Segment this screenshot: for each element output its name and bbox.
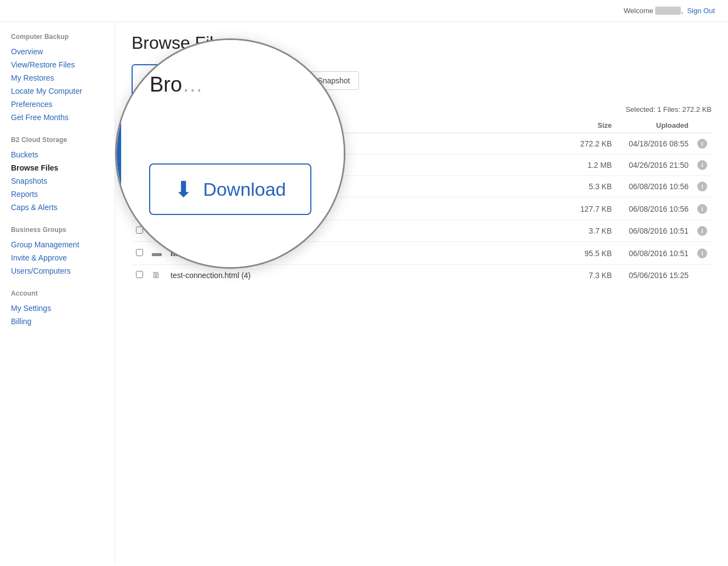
sign-out-link[interactable]: Sign Out [687,7,715,15]
file-size-2: 5.3 KB [567,176,616,197]
username-placeholder: ... [655,7,681,15]
table-row: 🗎blog-dropbox-love-v1-15.3 KB06/08/2016 … [132,176,712,197]
sidebar-item-billing[interactable]: Billing [11,315,115,328]
folder-icon: ▬ [152,203,162,214]
file-table: Size Uploaded 🗎IMG_04…272.2 KB04/18/2016… [132,118,712,286]
sidebar-item-browse-files[interactable]: Browse Files [11,161,115,174]
row-checkbox-5[interactable] [136,249,143,256]
file-uploaded-3: 06/08/2016 10:56 [616,197,693,220]
info-icon-0[interactable]: i [697,139,707,149]
file-name-6[interactable]: test-connection.html (4) [170,271,251,280]
sidebar-item-caps-alerts[interactable]: Caps & Alerts [11,201,115,214]
sidebar-item-overview[interactable]: Overview [11,45,115,58]
file-name-1[interactable]: IMG_04… [170,161,206,169]
col-name [166,118,567,133]
computer-backup-section-label: Computer Backup [11,33,115,41]
info-icon-3[interactable]: i [697,204,707,214]
sidebar-item-snapshots[interactable]: Snapshots [11,174,115,188]
sidebar-item-group-management[interactable]: Group Management [11,238,115,251]
sidebar-item-get-free-months[interactable]: Get Free Months [11,111,115,124]
file-name-2[interactable]: blog-dropbox-love-v1-1 [170,182,249,191]
sidebar-item-my-restores[interactable]: My Restores [11,71,115,84]
sidebar-item-buckets[interactable]: Buckets [11,148,115,161]
delete-label: Delete [261,76,283,85]
snapshot-button[interactable]: ▣ Snapshot [298,71,359,90]
file-uploaded-4: 06/08/2016 10:51 [616,220,693,242]
file-icon: 🗎 [152,270,161,280]
file-name-0[interactable]: IMG_04… [170,139,206,148]
col-check [132,118,147,133]
b2-cloud-section-label: B2 Cloud Storage [11,136,115,144]
row-checkbox-0[interactable] [136,139,143,146]
row-checkbox-4[interactable] [136,227,143,234]
download-button[interactable]: ⬇ Download [132,64,236,97]
sidebar-item-reports[interactable]: Reports [11,188,115,201]
delete-button[interactable]: ⊖ Delete [241,70,292,90]
welcome-text: Welcome [624,7,653,15]
file-icon: 🗎 [152,182,161,191]
col-info [693,118,712,133]
file-icon: 🗎 [152,139,161,148]
row-checkbox-2[interactable] [136,182,143,189]
col-icon [147,118,166,133]
sidebar-item-preferences[interactable]: Preferences [11,98,115,111]
col-size: Size [567,118,616,133]
row-checkbox-6[interactable] [136,271,143,278]
file-icon: 🗎 [152,160,161,169]
file-size-5: 95.5 KB [567,242,616,265]
table-row: 🗎IMG_04…272.2 KB04/18/2016 08:55i [132,133,712,155]
file-size-1: 1.2 MB [567,155,616,176]
file-name-5: filevault [170,249,200,258]
file-name-3: blog-dropbox-love-v1-1 [170,205,256,213]
file-uploaded-0: 04/18/2016 08:55 [616,133,693,155]
row-checkbox-1[interactable] [136,161,143,168]
info-icon-1[interactable]: i [697,160,707,170]
download-icon: ⬇ [148,72,160,89]
row-checkbox-3[interactable] [136,205,143,212]
info-icon-4[interactable]: i [697,226,707,236]
layout: Computer Backup Overview View/Restore Fi… [0,22,728,563]
table-row: 🗎test-connection.html (4)7.3 KB05/06/201… [132,265,712,286]
selected-info: Selected: 1 Files: 272.2 KB [132,105,712,114]
sidebar-item-users-computers[interactable]: Users/Computers [11,264,115,278]
sidebar: Computer Backup Overview View/Restore Fi… [0,22,115,563]
sidebar-item-locate-my-computer[interactable]: Locate My Computer [11,84,115,98]
sidebar-item-view-restore[interactable]: View/Restore Files [11,58,115,71]
folder-icon: ▬ [152,247,162,258]
file-size-3: 127.7 KB [567,197,616,220]
file-size-6: 7.3 KB [567,265,616,286]
table-row: ▬blog-dropbox-love-v1-1127.7 KB06/08/201… [132,197,712,220]
sidebar-item-my-settings[interactable]: My Settings [11,302,115,315]
delete-icon: ⊖ [251,75,258,86]
main-content: Browse Files ⬇ Download ⊖ Delete ▣ Snaps… [115,22,728,563]
toolbar: ⬇ Download ⊖ Delete ▣ Snapshot [132,64,712,97]
snapshot-label: Snapshot [317,76,350,85]
account-section-label: Account [11,290,115,297]
business-groups-section-label: Business Groups [11,226,115,234]
download-label: Download [166,73,219,88]
snapshot-icon: ▣ [307,76,314,85]
sidebar-item-invite-approve[interactable]: Invite & Approve [11,251,115,264]
file-icon: 🗎 [152,226,161,235]
magnifier-blue-bar [117,40,121,267]
file-uploaded-6: 05/06/2016 15:25 [616,265,693,286]
info-icon-2[interactable]: i [697,182,707,191]
info-icon-5[interactable]: i [697,248,707,258]
table-row: ▬filevault95.5 KB06/08/2016 10:51i [132,242,712,265]
file-uploaded-1: 04/26/2016 21:50 [616,155,693,176]
top-bar: Welcome ..., Sign Out [0,0,728,22]
file-uploaded-5: 06/08/2016 10:51 [616,242,693,265]
page-title: Browse Files [132,33,712,53]
table-row: 🗎IMG_04…1.2 MB04/26/2016 21:50i [132,155,712,176]
file-uploaded-2: 06/08/2016 10:56 [616,176,693,197]
file-name-4[interactable]: filevault [170,227,196,235]
table-row: 🗎filevault3.7 KB06/08/2016 10:51i [132,220,712,242]
file-size-4: 3.7 KB [567,220,616,242]
file-size-0: 272.2 KB [567,133,616,155]
col-uploaded: Uploaded [616,118,693,133]
